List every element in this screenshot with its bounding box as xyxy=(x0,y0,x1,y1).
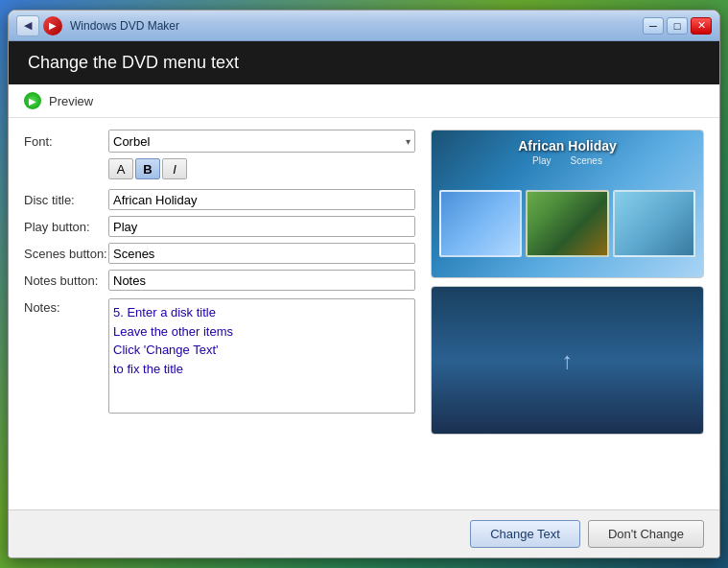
font-label: Font: xyxy=(24,134,101,149)
dvd-play-label: Play xyxy=(532,155,551,166)
dvd-scenes-label: Scenes xyxy=(571,155,602,166)
dont-change-button[interactable]: Don't Change xyxy=(588,520,704,548)
dvd-menu-preview: African Holiday Play Scenes xyxy=(431,130,704,278)
preview-label: Preview xyxy=(49,94,93,108)
dvd-thumbnails xyxy=(432,170,703,277)
application-window: ◀ ▶ Windows DVD Maker ─ □ ✕ Change the D… xyxy=(8,10,720,558)
notes-row: Notes: 5. Enter a disk title Leave the o… xyxy=(24,298,415,498)
notes-button-input[interactable] xyxy=(108,270,415,291)
maximize-button[interactable]: □ xyxy=(667,17,688,35)
title-bar: ◀ ▶ Windows DVD Maker ─ □ ✕ xyxy=(9,11,719,41)
font-row: Font: Corbel ▾ xyxy=(24,130,415,153)
font-select-value: Corbel xyxy=(113,134,150,149)
scenes-button-label: Scenes button: xyxy=(24,247,108,261)
disc-title-input[interactable] xyxy=(108,189,415,210)
minimize-button[interactable]: ─ xyxy=(643,17,664,35)
app-icon: ▶ xyxy=(43,16,62,36)
preview-images: African Holiday Play Scenes xyxy=(431,130,704,498)
scenes-button-row: Scenes button: xyxy=(24,243,415,264)
close-button[interactable]: ✕ xyxy=(691,17,712,35)
up-arrow-icon: ↑ xyxy=(562,347,574,374)
preview-icon: ▶ xyxy=(24,92,41,109)
disc-title-row: Disc title: xyxy=(24,189,415,210)
play-button-row: Play button: xyxy=(24,216,415,237)
dialog-content: ▶ Preview Font: Corbel ▾ A B I xyxy=(9,84,719,509)
form-section: Font: Corbel ▾ A B I Disc title: xyxy=(24,130,415,498)
format-bold-button[interactable]: B xyxy=(135,158,160,179)
format-a-button[interactable]: A xyxy=(108,158,133,179)
play-button-input[interactable] xyxy=(108,216,415,237)
notes-button-row: Notes button: xyxy=(24,270,415,291)
change-text-button[interactable]: Change Text xyxy=(470,520,580,548)
dialog-footer: Change Text Don't Change xyxy=(9,509,719,557)
font-select[interactable]: Corbel ▾ xyxy=(108,130,415,153)
dvd-thumbnail-2 xyxy=(526,190,608,257)
dialog-header: Change the DVD menu text xyxy=(9,41,719,84)
dvd-menu-buttons: Play Scenes xyxy=(432,155,703,166)
notes-textarea[interactable]: 5. Enter a disk title Leave the other it… xyxy=(108,298,415,414)
notes-button-label: Notes button: xyxy=(24,273,108,288)
dvd-menu-title: African Holiday xyxy=(432,130,703,155)
window-controls: ─ □ ✕ xyxy=(643,17,712,35)
dialog-title: Change the DVD menu text xyxy=(28,53,239,72)
dvd-thumbnail-1 xyxy=(439,190,522,257)
disc-title-label: Disc title: xyxy=(24,193,108,207)
format-italic-button[interactable]: I xyxy=(162,158,187,179)
chevron-down-icon: ▾ xyxy=(406,136,411,147)
scenes-button-input[interactable] xyxy=(108,243,415,264)
dvd-thumbnail-3 xyxy=(613,190,695,257)
dvd-screen-preview: ↑ xyxy=(431,286,704,435)
preview-section: ▶ Preview xyxy=(9,84,719,118)
main-area: Font: Corbel ▾ A B I Disc title: xyxy=(9,118,719,509)
dvd-menu-overlay: African Holiday Play Scenes xyxy=(432,130,703,277)
format-row: A B I xyxy=(108,158,415,179)
window-title: Windows DVD Maker xyxy=(70,19,643,33)
play-button-label: Play button: xyxy=(24,220,108,234)
back-button[interactable]: ◀ xyxy=(16,15,39,36)
notes-label: Notes: xyxy=(24,298,108,315)
